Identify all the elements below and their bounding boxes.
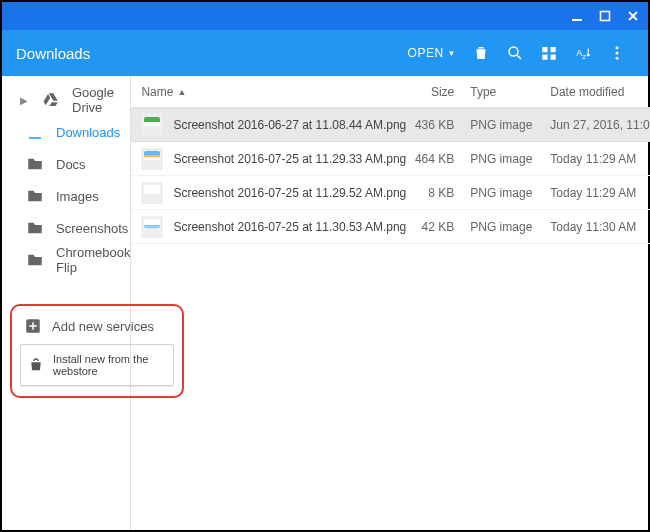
add-services-label: Add new services [52, 319, 178, 334]
callout-highlight: Add new services Install new from the we… [10, 304, 184, 398]
file-row[interactable]: Screenshot 2016-07-25 at 11.29.33 AM.png… [131, 142, 650, 176]
svg-point-2 [509, 47, 518, 56]
download-icon [26, 123, 44, 141]
webstore-icon [27, 357, 45, 373]
column-header-date[interactable]: Date modified [544, 85, 650, 99]
page-title: Downloads [16, 45, 90, 62]
delete-button[interactable] [464, 36, 498, 70]
file-name: Screenshot 2016-07-25 at 11.30.53 AM.png [173, 220, 406, 234]
file-row[interactable]: Screenshot 2016-07-25 at 11.30.53 AM.png… [131, 210, 650, 244]
svg-rect-4 [551, 47, 556, 52]
sidebar-item-google-drive[interactable]: ▶ Google Drive [2, 84, 130, 116]
file-type: PNG image [464, 118, 544, 132]
folder-icon [26, 219, 44, 237]
search-button[interactable] [498, 36, 532, 70]
sidebar-item-label: Downloads [56, 125, 130, 140]
google-drive-icon [42, 91, 60, 109]
sidebar-item-label: Screenshots [56, 221, 130, 236]
svg-text:A: A [576, 48, 582, 58]
file-name: Screenshot 2016-07-25 at 11.29.33 AM.png [173, 152, 406, 166]
folder-icon [26, 251, 44, 269]
sidebar-item-screenshots[interactable]: Screenshots [2, 212, 130, 244]
file-size: 8 KB [406, 186, 464, 200]
file-listing: Name ▲ Size Type Date modified Screensho… [131, 76, 650, 530]
column-header-size[interactable]: Size [406, 85, 464, 99]
file-date: Jun 27, 2016, 11:08 AM [544, 118, 650, 132]
sort-asc-icon: ▲ [177, 87, 186, 97]
svg-rect-5 [542, 55, 547, 60]
more-menu-button[interactable] [600, 36, 634, 70]
column-header-name[interactable]: Name ▲ [141, 85, 406, 99]
webstore-label: Install new from the webstore [53, 353, 167, 377]
column-headers: Name ▲ Size Type Date modified [131, 76, 650, 108]
svg-point-9 [616, 46, 619, 49]
file-name: Screenshot 2016-06-27 at 11.08.44 AM.png [173, 118, 406, 132]
sidebar-item-label: Images [56, 189, 130, 204]
file-date: Today 11:29 AM [544, 152, 650, 166]
svg-rect-6 [551, 55, 556, 60]
file-type: PNG image [464, 152, 544, 166]
plus-box-icon [24, 317, 42, 335]
sidebar-item-label: Google Drive [72, 85, 130, 115]
folder-icon [26, 155, 44, 173]
file-size: 42 KB [406, 220, 464, 234]
sidebar-item-docs[interactable]: Docs [2, 148, 130, 180]
sort-button[interactable]: AZ [566, 36, 600, 70]
sidebar-item-label: Docs [56, 157, 130, 172]
file-thumbnail-icon [141, 114, 163, 136]
file-name: Screenshot 2016-07-25 at 11.29.52 AM.png [173, 186, 406, 200]
svg-rect-1 [601, 12, 610, 21]
file-date: Today 11:30 AM [544, 220, 650, 234]
file-thumbnail-icon [141, 182, 163, 204]
file-row[interactable]: Screenshot 2016-06-27 at 11.08.44 AM.png… [131, 108, 650, 142]
file-row[interactable]: Screenshot 2016-07-25 at 11.29.52 AM.png… [131, 176, 650, 210]
svg-rect-3 [542, 47, 547, 52]
maximize-button[interactable] [598, 9, 612, 23]
file-thumbnail-icon [141, 216, 163, 238]
close-button[interactable] [626, 9, 640, 23]
minimize-button[interactable] [570, 9, 584, 23]
sidebar-item-downloads[interactable]: Downloads [2, 116, 130, 148]
caret-down-icon: ▼ [448, 49, 456, 58]
install-from-webstore-button[interactable]: Install new from the webstore [20, 344, 174, 386]
svg-text:Z: Z [582, 54, 586, 60]
folder-icon [26, 187, 44, 205]
sidebar-item-label: Chromebook Flip [56, 245, 130, 275]
svg-point-10 [616, 52, 619, 55]
file-type: PNG image [464, 186, 544, 200]
file-thumbnail-icon [141, 148, 163, 170]
column-header-type[interactable]: Type [464, 85, 544, 99]
chevron-right-icon: ▶ [20, 95, 30, 106]
sidebar: ▶ Google Drive Downloads Docs Images Scr… [2, 76, 131, 530]
svg-rect-0 [572, 19, 582, 21]
sidebar-item-images[interactable]: Images [2, 180, 130, 212]
toolbar: Downloads OPEN ▼ AZ [2, 30, 648, 76]
svg-point-11 [616, 57, 619, 60]
file-size: 436 KB [406, 118, 464, 132]
file-type: PNG image [464, 220, 544, 234]
window-titlebar [2, 2, 648, 30]
open-button[interactable]: OPEN ▼ [400, 40, 464, 66]
view-toggle-button[interactable] [532, 36, 566, 70]
file-date: Today 11:29 AM [544, 186, 650, 200]
sidebar-item-chromebook-flip[interactable]: Chromebook Flip [2, 244, 130, 276]
add-new-services-button[interactable]: Add new services [16, 312, 178, 340]
file-size: 464 KB [406, 152, 464, 166]
open-button-label: OPEN [408, 46, 444, 60]
